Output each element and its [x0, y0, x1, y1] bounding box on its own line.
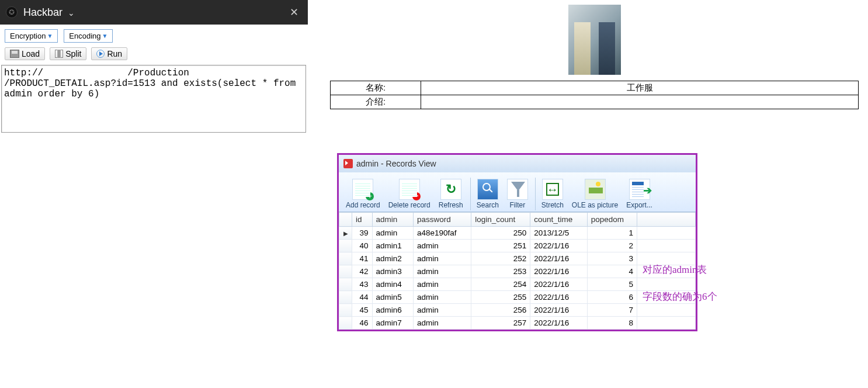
- cell-login_count[interactable]: 253: [471, 265, 530, 278]
- records-titlebar: admin - Records View: [339, 155, 696, 172]
- cell-count_time[interactable]: 2022/1/16: [530, 252, 587, 265]
- cell-password[interactable]: admin: [414, 278, 471, 291]
- column-header-password[interactable]: password: [414, 213, 471, 227]
- cell-count_time[interactable]: 2022/1/16: [530, 278, 587, 291]
- cell-popedom[interactable]: 7: [587, 304, 637, 317]
- cell-admin[interactable]: admin4: [372, 278, 414, 291]
- hackbar-menu-row: Encryption ▼ Encoding ▼: [0, 25, 308, 47]
- chevron-down-icon[interactable]: ⌄: [68, 8, 75, 18]
- cell-id[interactable]: 41: [352, 252, 373, 265]
- cell-password[interactable]: admin: [414, 265, 471, 278]
- table-row[interactable]: 39admina48e190faf2502013/12/51: [339, 227, 696, 240]
- refresh-button[interactable]: Refresh: [435, 178, 467, 210]
- cell-admin[interactable]: admin6: [372, 304, 414, 317]
- table-row[interactable]: 45admin6admin2562022/1/167: [339, 304, 696, 317]
- cell-login_count[interactable]: 254: [471, 278, 530, 291]
- cell-login_count[interactable]: 251: [471, 240, 530, 252]
- encryption-menu[interactable]: Encryption ▼: [5, 29, 58, 43]
- cell-admin[interactable]: admin3: [372, 265, 414, 278]
- cell-admin[interactable]: admin2: [372, 252, 414, 265]
- cell-id[interactable]: 44: [352, 291, 373, 304]
- cell-admin[interactable]: admin7: [372, 317, 414, 330]
- cell-login_count[interactable]: 256: [471, 304, 530, 317]
- cell-login_count[interactable]: 257: [471, 317, 530, 330]
- cell-password[interactable]: admin: [414, 317, 471, 330]
- ole-button[interactable]: OLE as picture: [568, 178, 622, 210]
- cell-count_time[interactable]: 2022/1/16: [530, 291, 587, 304]
- table-row[interactable]: 43admin4admin2542022/1/165: [339, 278, 696, 291]
- column-header-count_time[interactable]: count_time: [530, 213, 587, 227]
- dropdown-icon: ▼: [102, 33, 108, 39]
- cell-admin[interactable]: admin: [372, 227, 414, 240]
- column-header-login_count[interactable]: login_count: [471, 213, 530, 227]
- row-selector[interactable]: [339, 317, 352, 330]
- split-button[interactable]: Split: [50, 47, 86, 60]
- cell-popedom[interactable]: 2: [587, 240, 637, 252]
- cell-password[interactable]: admin: [414, 252, 471, 265]
- column-header-id[interactable]: id: [352, 213, 373, 227]
- run-button[interactable]: Run: [91, 47, 127, 60]
- cell-password[interactable]: admin: [414, 240, 471, 252]
- table-row[interactable]: 44admin5admin2552022/1/166: [339, 291, 696, 304]
- cell-popedom[interactable]: 1: [587, 227, 637, 240]
- filter-button[interactable]: Filter: [504, 178, 532, 210]
- table-row[interactable]: 41admin2admin2522022/1/163: [339, 252, 696, 265]
- row-selector[interactable]: [339, 240, 352, 252]
- cell-id[interactable]: 45: [352, 304, 373, 317]
- cell-admin[interactable]: admin5: [372, 291, 414, 304]
- search-icon: [477, 179, 498, 200]
- table-row[interactable]: 46admin7admin2572022/1/168: [339, 317, 696, 330]
- cell-password[interactable]: a48e190faf: [414, 227, 471, 240]
- cell-login_count[interactable]: 250: [471, 227, 530, 240]
- table-row[interactable]: 40admin1admin2512022/1/162: [339, 240, 696, 252]
- encoding-menu[interactable]: Encoding ▼: [64, 29, 113, 43]
- add-record-icon: [352, 179, 373, 200]
- add-record-button[interactable]: Add record: [342, 178, 384, 210]
- picture-icon: [585, 179, 606, 200]
- row-selector[interactable]: [339, 227, 352, 240]
- column-header-popedom[interactable]: popedom: [587, 213, 637, 227]
- cell-count_time[interactable]: 2022/1/16: [530, 265, 587, 278]
- cell-popedom[interactable]: 8: [587, 317, 637, 330]
- cell-count_time[interactable]: 2013/12/5: [530, 227, 587, 240]
- cell-popedom[interactable]: 6: [587, 291, 637, 304]
- row-selector[interactable]: [339, 252, 352, 265]
- cell-password[interactable]: admin: [414, 291, 471, 304]
- row-selector[interactable]: [339, 278, 352, 291]
- stretch-button[interactable]: Stretch: [535, 178, 567, 210]
- product-intro-label: 介绍:: [331, 95, 421, 109]
- refresh-label: Refresh: [439, 201, 463, 209]
- cell-popedom[interactable]: 4: [587, 265, 637, 278]
- cell-count_time[interactable]: 2022/1/16: [530, 240, 587, 252]
- cell-login_count[interactable]: 252: [471, 252, 530, 265]
- cell-password[interactable]: admin: [414, 304, 471, 317]
- row-selector[interactable]: [339, 291, 352, 304]
- cell-count_time[interactable]: 2022/1/16: [530, 304, 587, 317]
- dropdown-icon: ▼: [47, 33, 53, 39]
- load-button[interactable]: Load: [5, 47, 45, 60]
- table-row[interactable]: 42admin3admin2532022/1/164: [339, 265, 696, 278]
- split-icon: [55, 50, 63, 58]
- column-header-admin[interactable]: admin: [372, 213, 414, 227]
- cell-login_count[interactable]: 255: [471, 291, 530, 304]
- hackbar-header: ✪ Hackbar ⌄ ✕: [0, 0, 308, 25]
- cell-admin[interactable]: admin1: [372, 240, 414, 252]
- delete-record-button[interactable]: Delete record: [385, 178, 434, 210]
- product-name-value: 工作服: [421, 81, 859, 95]
- cell-id[interactable]: 40: [352, 240, 373, 252]
- cell-count_time[interactable]: 2022/1/16: [530, 317, 587, 330]
- cell-popedom[interactable]: 3: [587, 252, 637, 265]
- url-input[interactable]: [1, 65, 306, 133]
- row-selector[interactable]: [339, 304, 352, 317]
- cell-id[interactable]: 42: [352, 265, 373, 278]
- delete-record-icon: [399, 179, 420, 200]
- cell-empty: [637, 317, 696, 330]
- row-selector[interactable]: [339, 265, 352, 278]
- cell-id[interactable]: 43: [352, 278, 373, 291]
- cell-id[interactable]: 46: [352, 317, 373, 330]
- cell-id[interactable]: 39: [352, 227, 373, 240]
- close-icon[interactable]: ✕: [286, 6, 302, 19]
- cell-popedom[interactable]: 5: [587, 278, 637, 291]
- search-button[interactable]: Search: [470, 178, 502, 210]
- export-button[interactable]: Export...: [623, 178, 656, 210]
